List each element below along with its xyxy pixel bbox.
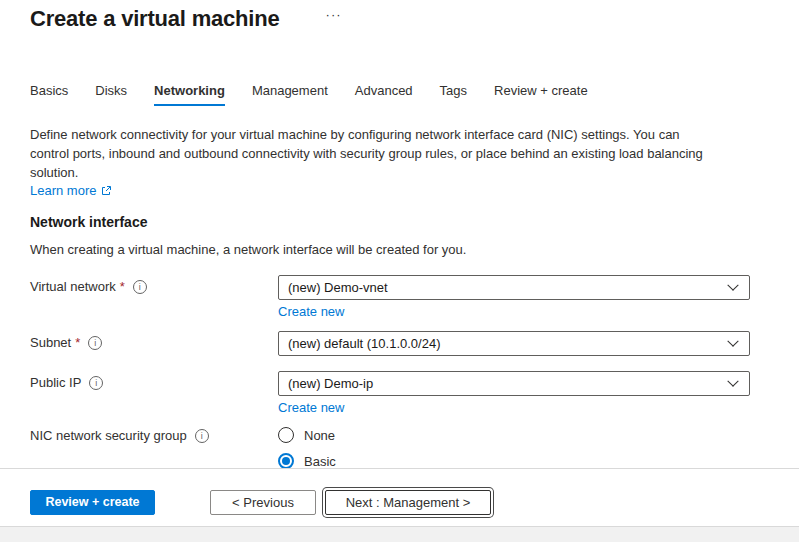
tab-management[interactable]: Management <box>252 83 328 106</box>
public-ip-dropdown[interactable]: (new) Demo-ip <box>278 371 750 396</box>
chevron-down-icon <box>727 279 738 290</box>
nic-nsg-options: None Basic Advanced <box>278 424 750 468</box>
info-glyph: i <box>139 282 141 292</box>
more-options-icon[interactable]: ··· <box>326 7 342 23</box>
virtual-network-value: (new) Demo-vnet <box>288 280 388 295</box>
learn-more: Learn more <box>30 183 799 198</box>
nsg-option-basic-label: Basic <box>304 454 336 469</box>
virtual-network-label: Virtual network <box>30 279 116 294</box>
networking-description: Define network connectivity for your vir… <box>30 125 718 182</box>
radio-unselected-icon <box>278 427 294 443</box>
next-management-button[interactable]: Next : Management > <box>325 490 491 515</box>
create-vm-page: Create a virtual machine ··· Basics Disk… <box>0 0 799 542</box>
subnet-control: (new) default (10.1.0.0/24) <box>278 331 750 356</box>
info-icon[interactable]: i <box>195 429 209 443</box>
tab-disks[interactable]: Disks <box>95 83 127 106</box>
form-row-subnet: Subnet * i (new) default (10.1.0.0/24) <box>30 331 799 356</box>
public-ip-create-new-link[interactable]: Create new <box>278 400 344 415</box>
subnet-dropdown[interactable]: (new) default (10.1.0.0/24) <box>278 331 750 356</box>
required-marker: * <box>120 279 125 294</box>
nic-nsg-label-group: NIC network security group i <box>30 424 278 443</box>
form-row-nic-nsg: NIC network security group i None Basic … <box>30 424 799 468</box>
subnet-label: Subnet <box>30 335 71 350</box>
info-icon[interactable]: i <box>89 376 103 390</box>
info-glyph: i <box>95 378 97 388</box>
required-marker: * <box>75 335 80 350</box>
tab-review-create[interactable]: Review + create <box>494 83 588 106</box>
info-icon[interactable]: i <box>88 336 102 350</box>
virtual-network-control: (new) Demo-vnet Create new <box>278 275 750 320</box>
info-glyph: i <box>201 431 203 441</box>
info-glyph: i <box>94 338 96 348</box>
tab-networking[interactable]: Networking <box>154 83 225 106</box>
virtual-network-label-group: Virtual network * i <box>30 275 278 294</box>
info-icon[interactable]: i <box>133 280 147 294</box>
section-subtext: When creating a virtual machine, a netwo… <box>30 242 799 258</box>
subnet-label-group: Subnet * i <box>30 331 278 350</box>
nsg-option-none[interactable]: None <box>278 426 750 444</box>
external-link-icon <box>100 185 112 197</box>
public-ip-control: (new) Demo-ip Create new <box>278 371 750 416</box>
page-header: Create a virtual machine ··· <box>0 0 799 33</box>
networking-form: Virtual network * i (new) Demo-vnet Crea… <box>30 275 799 468</box>
tab-bar: Basics Disks Networking Management Advan… <box>30 83 799 106</box>
tab-advanced[interactable]: Advanced <box>355 83 413 106</box>
nic-nsg-label: NIC network security group <box>30 428 187 443</box>
subnet-value: (new) default (10.1.0.0/24) <box>288 336 440 351</box>
chevron-down-icon <box>727 375 738 386</box>
review-create-button[interactable]: Review + create <box>30 490 155 515</box>
nsg-option-none-label: None <box>304 428 335 443</box>
tab-tags[interactable]: Tags <box>440 83 467 106</box>
form-row-public-ip: Public IP i (new) Demo-ip Create new <box>30 371 799 416</box>
radio-selected-icon <box>278 453 294 468</box>
virtual-network-dropdown[interactable]: (new) Demo-vnet <box>278 275 750 300</box>
public-ip-value: (new) Demo-ip <box>288 376 373 391</box>
wizard-footer: Review + create < Previous Next : Manage… <box>0 468 799 526</box>
previous-button[interactable]: < Previous <box>210 490 316 515</box>
tab-basics[interactable]: Basics <box>30 83 68 106</box>
public-ip-label: Public IP <box>30 375 81 390</box>
section-heading-network-interface: Network interface <box>30 213 799 231</box>
page-title: Create a virtual machine <box>30 5 280 33</box>
bottom-strip <box>0 526 799 542</box>
learn-more-link[interactable]: Learn more <box>30 183 96 198</box>
content-area: Create a virtual machine ··· Basics Disk… <box>0 0 799 468</box>
virtual-network-create-new-link[interactable]: Create new <box>278 304 344 319</box>
form-row-virtual-network: Virtual network * i (new) Demo-vnet Crea… <box>30 275 799 320</box>
public-ip-label-group: Public IP i <box>30 371 278 390</box>
nsg-option-basic[interactable]: Basic <box>278 452 750 468</box>
chevron-down-icon <box>727 335 738 346</box>
